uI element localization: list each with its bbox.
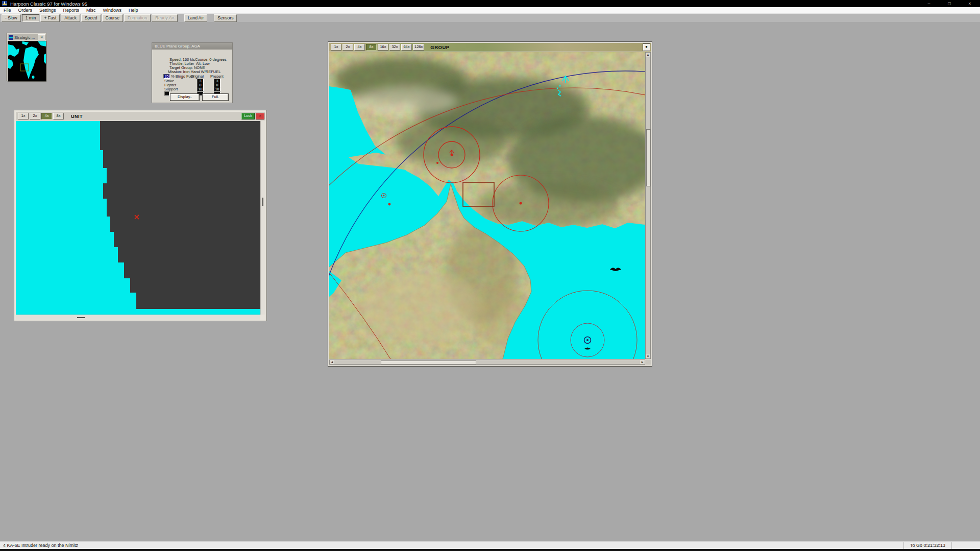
group-vertical-scrollbar[interactable]: ▲ ▼	[645, 52, 651, 359]
time-remaining: To Go 0:21:32:13	[903, 542, 952, 549]
strategic-titlebar[interactable]: Strategic ... ×	[8, 34, 45, 40]
menu-bar: File Orders Settings Reports Misc Window…	[0, 7, 980, 14]
land-air-button[interactable]: Land Air	[184, 14, 207, 22]
scroll-down-icon[interactable]: ▼	[646, 354, 650, 358]
group-zoom-16x[interactable]: 16x	[378, 44, 388, 51]
display-button[interactable]: Display..	[170, 93, 200, 101]
menu-help[interactable]: Help	[125, 8, 142, 13]
unit-map[interactable]	[16, 121, 260, 315]
menu-windows[interactable]: Windows	[100, 8, 126, 13]
slow-button[interactable]: - Slow	[2, 14, 21, 22]
group-map-body: ▲ ▼ ◄ ►	[329, 52, 651, 365]
maximize-icon[interactable]: □	[939, 0, 960, 7]
group-map[interactable]	[329, 52, 645, 359]
ready-air-button[interactable]: Ready Air	[152, 14, 178, 22]
course-button[interactable]: Course	[102, 14, 123, 22]
unit-window: 1x 2x 4x 8x UNIT Lock ×	[14, 110, 267, 321]
lock-button[interactable]: Lock	[241, 113, 255, 119]
bingo-fuel-input[interactable]: 35	[163, 74, 170, 79]
strategic-window: Strategic ... ×	[6, 33, 47, 81]
unit-zoom-8x[interactable]: 8x	[53, 113, 64, 119]
row-label: Support	[164, 87, 178, 91]
desktop: Harpoon Classic 97 for Windows 95 – □ × …	[0, 0, 980, 551]
status-bar: 4 KA-6E Intruder ready on the Nimitz To …	[0, 541, 980, 549]
unit-window-title: UNIT	[71, 114, 83, 119]
menu-misc[interactable]: Misc	[83, 8, 100, 13]
group-window-title: GROUP	[430, 44, 449, 50]
app-titlebar[interactable]: Harpoon Classic 97 for Windows 95 – □ ×	[0, 0, 980, 7]
scroll-up-icon[interactable]: ▲	[646, 53, 650, 57]
support-original-field[interactable]: 18	[197, 87, 204, 91]
app-title: Harpoon Classic 97 for Windows 95	[10, 1, 87, 7]
covered-row-fragment	[164, 91, 169, 96]
group-zoom-64x[interactable]: 64x	[401, 44, 412, 51]
group-zoom-32x[interactable]: 32x	[389, 44, 400, 51]
unit-zoom-1x[interactable]: 1x	[18, 113, 29, 119]
unit-vertical-scrollbar[interactable]	[260, 121, 265, 315]
stat-mission: Mission: Iron Hand W/REFUEL	[168, 70, 220, 74]
speed-button[interactable]: Speed	[81, 14, 101, 22]
time-step-button[interactable]: 1 min	[22, 14, 40, 22]
group-titlebar[interactable]: 1x 2x 4x 8x 16x 32x 64x 128x GROUP ●	[329, 43, 651, 52]
strategic-title: Strategic ...	[14, 35, 35, 40]
unit-zoom-4x[interactable]: 4x	[41, 113, 52, 119]
app-icon	[2, 1, 7, 6]
group-zoom-4x[interactable]: 4x	[354, 44, 365, 51]
support-present-field[interactable]: 18	[214, 87, 220, 91]
menu-settings[interactable]: Settings	[36, 8, 60, 13]
strategic-close-icon[interactable]: ×	[38, 34, 45, 40]
unit-hscroll-thumb[interactable]	[77, 317, 85, 318]
group-vscroll-thumb[interactable]	[646, 129, 651, 186]
menu-orders[interactable]: Orders	[15, 8, 36, 13]
sensors-button[interactable]: Sensors	[214, 14, 237, 22]
close-icon[interactable]: ×	[960, 0, 980, 7]
strategic-window-icon	[9, 35, 13, 40]
formation-button[interactable]: Formation	[124, 14, 151, 22]
scroll-left-icon[interactable]: ◄	[330, 360, 334, 364]
column-present: Present	[210, 75, 224, 79]
strategic-map[interactable]	[8, 41, 46, 82]
group-zoom-8x[interactable]: 8x	[366, 44, 377, 51]
minimize-icon[interactable]: –	[919, 0, 939, 7]
column-original: Original	[190, 75, 204, 79]
group-zoom-2x[interactable]: 2x	[342, 44, 353, 51]
unit-vscroll-thumb[interactable]	[262, 198, 263, 206]
group-hscroll-thumb[interactable]	[381, 361, 476, 365]
group-horizontal-scrollbar[interactable]: ◄ ►	[329, 360, 645, 365]
attack-button[interactable]: Attack	[61, 14, 80, 22]
status-message: 4 KA-6E Intruder ready on the Nimitz	[0, 543, 903, 548]
taskbar-edge	[0, 549, 980, 551]
group-zoom-1x[interactable]: 1x	[331, 44, 341, 51]
full-button[interactable]: Full.	[202, 93, 229, 101]
dialog-titlebar[interactable]: BLUE Plane Group, AGA	[152, 43, 232, 50]
unit-titlebar[interactable]: 1x 2x 4x 8x UNIT Lock ×	[16, 112, 265, 121]
menu-reports[interactable]: Reports	[60, 8, 83, 13]
scrollbar-corner	[645, 360, 651, 365]
menu-file[interactable]: File	[0, 8, 15, 13]
unit-close-icon[interactable]: ×	[256, 113, 264, 119]
unit-map-body	[16, 121, 265, 320]
unit-zoom-2x[interactable]: 2x	[30, 113, 40, 119]
group-menu-circle-icon[interactable]: ●	[643, 43, 650, 51]
toolbar: - Slow 1 min + Fast Attack Speed Course …	[0, 14, 980, 22]
fast-button[interactable]: + Fast	[40, 14, 60, 22]
scroll-right-icon[interactable]: ►	[640, 360, 645, 364]
group-window: 1x 2x 4x 8x 16x 32x 64x 128x GROUP ●	[328, 41, 652, 367]
plane-group-dialog: BLUE Plane Group, AGA Speed: 160 kts Cou…	[152, 42, 233, 103]
group-zoom-128x[interactable]: 128x	[413, 44, 424, 51]
unit-horizontal-scrollbar[interactable]	[16, 315, 260, 320]
